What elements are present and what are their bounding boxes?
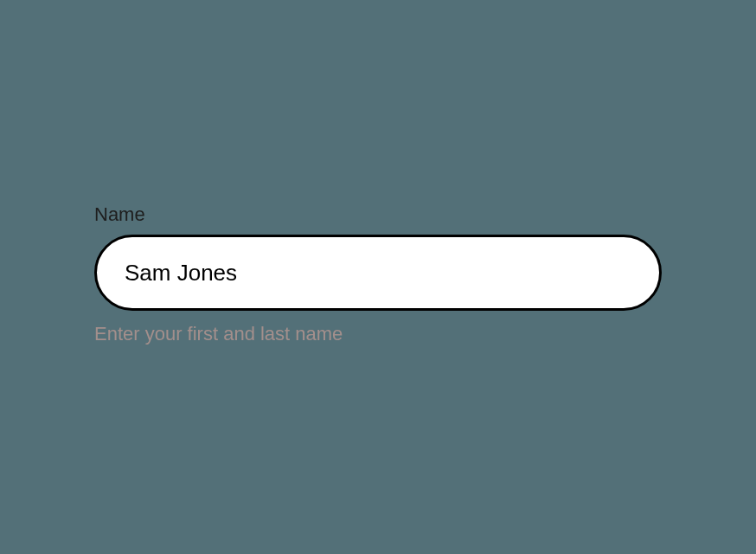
name-helper-text: Enter your first and last name: [94, 323, 662, 345]
name-label: Name: [94, 203, 662, 226]
name-form-group: Name Enter your first and last name: [94, 203, 662, 345]
name-input[interactable]: [94, 235, 662, 311]
